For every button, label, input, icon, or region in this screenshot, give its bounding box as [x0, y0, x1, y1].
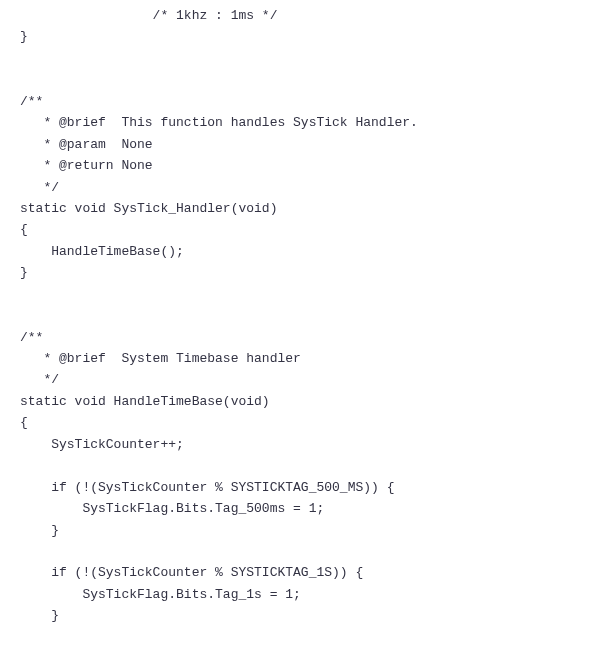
- code-block: /* 1khz : 1ms */ } /** * @brief This fun…: [0, 0, 591, 632]
